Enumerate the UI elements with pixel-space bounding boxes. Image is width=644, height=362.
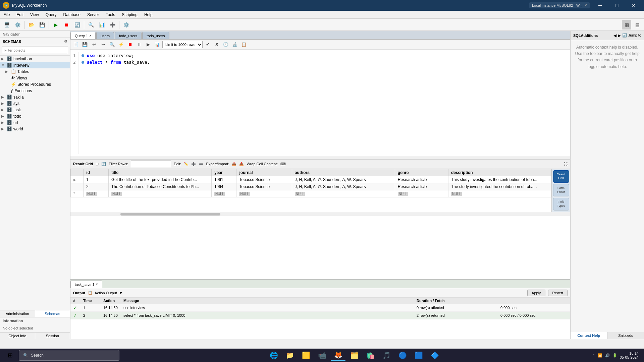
col-id[interactable]: id bbox=[84, 169, 109, 176]
limit-select[interactable]: Limit to 1000 rows bbox=[162, 41, 203, 48]
run-btn[interactable]: ▶ bbox=[51, 20, 60, 29]
edit-icon-3[interactable]: ➖ bbox=[199, 162, 203, 166]
result-grid-btn[interactable]: ResultGrid bbox=[553, 170, 569, 183]
context-help-tab[interactable]: Context Help bbox=[571, 332, 607, 339]
menu-view[interactable]: View bbox=[27, 11, 42, 18]
form-editor-btn[interactable]: FormEditor bbox=[553, 184, 569, 196]
menu-edit[interactable]: Edit bbox=[13, 11, 27, 18]
functions-node[interactable]: ▶ ƒ Functions bbox=[0, 87, 70, 94]
save-btn[interactable]: 💾 bbox=[37, 20, 47, 29]
refresh-btn[interactable]: 🔄 bbox=[72, 20, 82, 29]
rollback-btn[interactable]: ✘ bbox=[213, 41, 221, 49]
menu-scripting[interactable]: Scripting bbox=[118, 11, 141, 18]
col-journal[interactable]: journal bbox=[236, 169, 292, 176]
schema-hackathon[interactable]: ▶ 🗄️ hackathon bbox=[0, 56, 70, 62]
inspector-btn[interactable]: 🔬 bbox=[231, 41, 239, 49]
explain-btn[interactable]: 📊 bbox=[153, 41, 161, 49]
menu-database[interactable]: Database bbox=[60, 11, 84, 18]
close-tab-btn[interactable]: × bbox=[585, 3, 587, 8]
object-info-tab[interactable]: Object Info bbox=[0, 333, 35, 339]
edit-icon-2[interactable]: ➕ bbox=[191, 162, 196, 166]
clock[interactable]: 16:14 05-05-2024 bbox=[620, 351, 639, 359]
manage-conn-btn[interactable]: ⚙️ bbox=[13, 20, 22, 29]
find-btn[interactable]: 🔍 bbox=[108, 41, 116, 49]
col-title[interactable]: title bbox=[108, 169, 211, 176]
taskbar-search[interactable]: 🔍 Search bbox=[19, 350, 119, 361]
open-file-btn[interactable]: 📂 bbox=[26, 20, 36, 29]
minimize-btn[interactable]: ─ bbox=[592, 0, 608, 11]
start-button[interactable]: ⊞ bbox=[3, 350, 17, 361]
admin-tab[interactable]: Administration bbox=[0, 310, 35, 317]
col-authors[interactable]: authors bbox=[292, 169, 395, 176]
maximize-btn[interactable]: □ bbox=[609, 0, 625, 11]
prev-arrow[interactable]: ◀ bbox=[613, 33, 616, 38]
tab-close[interactable]: × bbox=[89, 34, 91, 38]
stored-procs-node[interactable]: ▶ ⚡ Stored Procedures bbox=[0, 81, 70, 87]
menu-file[interactable]: File bbox=[0, 11, 13, 18]
table-row[interactable]: 2 The Contribution of Tobacco Constituen… bbox=[71, 183, 551, 190]
run-all-btn[interactable]: ▶ bbox=[144, 41, 152, 49]
wrap-icon[interactable]: ⌨ bbox=[280, 162, 286, 166]
schema-todo[interactable]: ▶ 🗄️ todo bbox=[0, 113, 70, 119]
volume-icon[interactable]: 🔊 bbox=[605, 353, 610, 358]
field-types-btn[interactable]: FieldTypes bbox=[553, 198, 569, 210]
stop-btn[interactable]: ⏹ bbox=[62, 20, 71, 29]
schema-task[interactable]: ▶ 🗄️ task bbox=[0, 107, 70, 113]
query-tab-1[interactable]: Query 1 × bbox=[70, 32, 96, 39]
explain2-btn[interactable]: 📋 bbox=[240, 41, 248, 49]
new-query-btn[interactable]: 📄 bbox=[72, 41, 80, 49]
taskbar-edge[interactable]: 🌐 bbox=[266, 349, 281, 361]
menu-query[interactable]: Query bbox=[42, 11, 60, 18]
col-description[interactable]: description bbox=[448, 169, 551, 176]
taskbar-files[interactable]: 🗂️ bbox=[347, 349, 362, 361]
schema-sakila[interactable]: ▶ 🗄️ sakila bbox=[0, 94, 70, 100]
layout-btn-1[interactable]: ▦ bbox=[622, 20, 631, 29]
battery-icon[interactable]: 🔋 bbox=[612, 353, 617, 358]
filter-input[interactable] bbox=[2, 47, 68, 54]
output-tab-1[interactable]: task_save 1 × bbox=[70, 281, 102, 288]
output-tab-close[interactable]: × bbox=[96, 283, 98, 286]
col-year[interactable]: year bbox=[211, 169, 236, 176]
taskbar-apps2[interactable]: 🟨 bbox=[299, 349, 313, 361]
apply-btn[interactable]: Apply bbox=[527, 290, 545, 296]
edit-icon-1[interactable]: ✏️ bbox=[184, 162, 189, 166]
schema-inspect-btn[interactable]: 🔍 bbox=[86, 20, 96, 29]
schema-interview[interactable]: ▼ 🗄️ interview bbox=[0, 62, 70, 68]
output-row-1[interactable]: ✓ 1 16:14:50 use interview 0 row(s) affe… bbox=[70, 304, 570, 312]
menu-help[interactable]: Help bbox=[141, 11, 156, 18]
schemas-tab[interactable]: Schemas bbox=[35, 310, 70, 317]
schemas-toggle[interactable]: ⚙ bbox=[64, 39, 67, 44]
taskbar-app4[interactable]: 🔷 bbox=[427, 349, 442, 361]
fullscreen-btn[interactable]: ⛶ bbox=[564, 162, 568, 166]
table-row[interactable]: * NULL NULL NULL NULL NULL NULL NULL bbox=[71, 190, 551, 197]
new-tab-btn[interactable]: ➕ bbox=[108, 20, 117, 29]
undo-btn[interactable]: ↩ bbox=[90, 41, 98, 49]
taskbar-chrome[interactable]: 🔵 bbox=[395, 349, 410, 361]
sql-code-area[interactable]: 1 2 use use interview; select * from tas… bbox=[70, 50, 570, 157]
network-icon[interactable]: 📶 bbox=[598, 353, 602, 358]
query-tab-todo2[interactable]: todo_users bbox=[142, 32, 169, 39]
taskbar-app3[interactable]: 🎵 bbox=[379, 349, 394, 361]
col-genre[interactable]: genre bbox=[395, 169, 448, 176]
taskbar-zoom[interactable]: 📹 bbox=[315, 349, 329, 361]
action-output-dropdown[interactable]: ▼ bbox=[119, 291, 123, 295]
next-arrow[interactable]: ▶ bbox=[618, 33, 621, 38]
taskbar-vscode[interactable]: 🟦 bbox=[411, 349, 426, 361]
query-tab-todo1[interactable]: todo_users bbox=[115, 32, 142, 39]
commit-btn[interactable]: ✔ bbox=[204, 41, 212, 49]
new-conn-btn[interactable]: 🖥️ bbox=[2, 20, 11, 29]
pause-btn[interactable]: ⏸ bbox=[135, 41, 143, 49]
result-scrollbar[interactable] bbox=[70, 212, 570, 216]
export-icon[interactable]: 📤 bbox=[232, 162, 236, 166]
refresh-help-btn[interactable]: 🔄 bbox=[622, 33, 627, 38]
settings-btn[interactable]: ⚙️ bbox=[121, 20, 131, 29]
taskbar-fileexplorer[interactable]: 📁 bbox=[282, 349, 297, 361]
save-query-btn[interactable]: 💾 bbox=[81, 41, 89, 49]
tables-node[interactable]: ▶ 📋 Tables bbox=[0, 68, 70, 75]
session-tab[interactable]: Session bbox=[35, 333, 70, 339]
query-tab-users[interactable]: users bbox=[96, 32, 114, 39]
table-inspect-btn[interactable]: 📊 bbox=[97, 20, 106, 29]
schema-sys[interactable]: ▶ 🗄️ sys bbox=[0, 100, 70, 107]
history-btn[interactable]: 🕐 bbox=[222, 41, 230, 49]
stop-query-btn[interactable]: ⏹ bbox=[126, 41, 134, 49]
